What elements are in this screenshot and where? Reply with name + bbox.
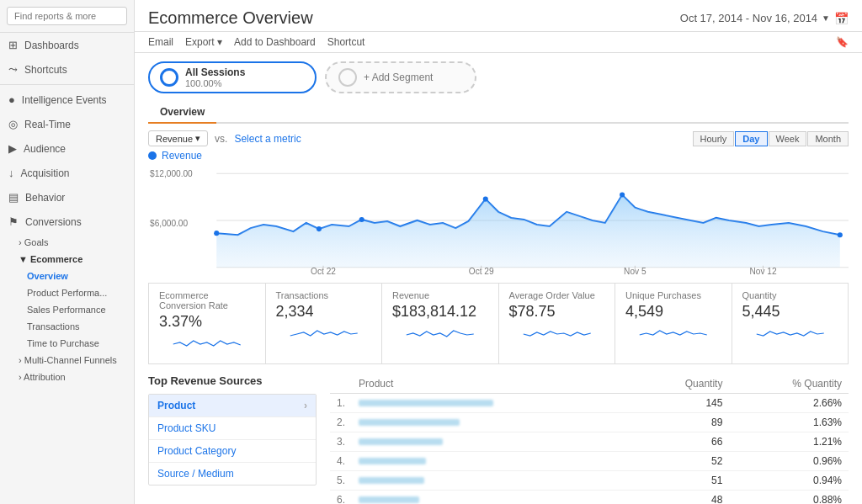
- metric-revenue: Revenue $183,814.12: [382, 284, 499, 363]
- sidebar-item-audience[interactable]: ▶ Audience: [0, 136, 134, 161]
- month-button[interactable]: Month: [807, 131, 849, 146]
- sidebar-item-conversions[interactable]: ⚑ Conversions: [0, 210, 134, 234]
- svg-point-6: [317, 226, 322, 231]
- chart-area: Revenue $12,000.00 $6,000.00: [148, 150, 849, 276]
- data-table-container: Product Quantity % Quantity 1. 145 2.66%: [330, 374, 849, 504]
- tab-overview[interactable]: Overview: [148, 102, 216, 124]
- sidebar-search-container: [0, 0, 134, 33]
- sidebar-sub-time-to-purchase[interactable]: Time to Purchase: [0, 335, 134, 352]
- sidebar-sub-multichannel[interactable]: › Multi-Channel Funnels: [0, 352, 134, 369]
- blurred-product-bar: [359, 496, 419, 503]
- col-pct-quantity: % Quantity: [729, 374, 849, 394]
- shortcuts-icon: ⤳: [8, 63, 18, 76]
- calendar-icon: 📅: [834, 12, 849, 25]
- svg-point-9: [620, 192, 625, 197]
- blurred-product-bar: [359, 400, 493, 406]
- metric-conversion-rate: Ecommerce Conversion Rate 3.37%: [149, 284, 266, 363]
- sparkline-3: [509, 324, 605, 344]
- table-row: 6. 48 0.88%: [330, 490, 849, 504]
- metric-avg-order: Average Order Value $78.75: [499, 284, 616, 363]
- sparkline-5: [742, 324, 838, 344]
- dim-product[interactable]: Product ›: [149, 395, 316, 417]
- sidebar-sub-product-performance[interactable]: Product Performa...: [0, 284, 134, 301]
- search-input[interactable]: [7, 7, 127, 25]
- sparkline-0: [159, 334, 255, 354]
- audience-icon: ▶: [8, 142, 17, 155]
- metric-transactions: Transactions 2,334: [266, 284, 383, 363]
- sidebar-sub-overview[interactable]: Overview: [0, 268, 134, 284]
- metric-dropdown[interactable]: Revenue ▾: [148, 130, 208, 146]
- table-row: 1. 145 2.66%: [330, 393, 849, 412]
- dim-product-sku[interactable]: Product SKU: [149, 417, 316, 440]
- sparkline-4: [625, 324, 721, 344]
- table-row: 2. 89 1.63%: [330, 412, 849, 432]
- svg-point-8: [483, 197, 488, 202]
- shortcut-button[interactable]: Shortcut: [327, 36, 365, 48]
- table-row: 4. 52 0.96%: [330, 451, 849, 470]
- main-content: Ecommerce Overview Oct 17, 2014 - Nov 16…: [135, 0, 862, 504]
- date-range[interactable]: Oct 17, 2014 - Nov 16, 2014 ▼ 📅: [680, 12, 849, 25]
- table-row: 5. 51 0.94%: [330, 470, 849, 490]
- chart-legend: Revenue: [148, 150, 849, 162]
- blurred-product-bar: [359, 419, 460, 426]
- sidebar-sub-transactions[interactable]: Transactions: [0, 318, 134, 335]
- all-sessions-segment[interactable]: All Sessions 100.00%: [148, 61, 317, 93]
- svg-text:$6,000.00: $6,000.00: [150, 219, 188, 228]
- date-range-arrow[interactable]: ▼: [822, 13, 830, 23]
- acquisition-icon: ↓: [8, 167, 14, 179]
- behavior-icon: ▤: [8, 191, 19, 204]
- blurred-product-bar: [359, 477, 424, 484]
- dim-arrow: ›: [304, 400, 307, 411]
- hourly-button[interactable]: Hourly: [693, 131, 735, 146]
- revenue-chart: $12,000.00 $6,000.00: [148, 165, 849, 276]
- grid-icon: ⊞: [8, 39, 18, 51]
- segment-bar: All Sessions 100.00% + Add Segment: [148, 61, 849, 93]
- conversions-icon: ⚑: [8, 215, 19, 228]
- sparkline-1: [276, 324, 372, 344]
- chart-controls: Revenue ▾ vs. Select a metric Hourly Day…: [148, 130, 849, 146]
- select-metric-link[interactable]: Select a metric: [234, 133, 301, 145]
- metric-unique-purchases: Unique Purchases 4,549: [615, 284, 732, 363]
- week-button[interactable]: Week: [769, 131, 807, 146]
- sidebar-item-acquisition[interactable]: ↓ Acquisition: [0, 161, 134, 185]
- segment-info: All Sessions 100.00%: [185, 66, 245, 88]
- sidebar-sub-attribution[interactable]: › Attribution: [0, 369, 134, 385]
- svg-text:$12,000.00: $12,000.00: [150, 169, 193, 178]
- time-period-buttons: Hourly Day Week Month: [693, 131, 849, 146]
- col-quantity: Quantity: [632, 374, 729, 394]
- sidebar-sub-goals[interactable]: › Goals: [0, 234, 134, 251]
- metrics-row: Ecommerce Conversion Rate 3.37% Transact…: [148, 283, 849, 364]
- dropdown-arrow: ▾: [195, 133, 200, 144]
- col-product: Product: [352, 374, 632, 394]
- sidebar-item-dashboards[interactable]: ⊞ Dashboards: [0, 33, 134, 57]
- bookmark-icon[interactable]: 🔖: [836, 36, 849, 48]
- add-segment-button[interactable]: + Add Segment: [325, 61, 476, 93]
- svg-point-10: [838, 232, 843, 237]
- sidebar-sub-sales-performance[interactable]: Sales Performance: [0, 301, 134, 318]
- realtime-icon: ◎: [8, 118, 18, 130]
- svg-point-7: [359, 217, 364, 222]
- page-header: Ecommerce Overview Oct 17, 2014 - Nov 16…: [135, 0, 862, 32]
- legend-dot: [148, 151, 157, 160]
- segment-circle: [160, 68, 178, 87]
- intelligence-icon: ●: [8, 93, 15, 106]
- sidebar-sub-ecommerce[interactable]: ▼ Ecommerce: [0, 251, 134, 268]
- col-num: [330, 374, 352, 394]
- export-button[interactable]: Export ▾: [185, 36, 222, 48]
- add-to-dashboard-button[interactable]: Add to Dashboard: [234, 36, 316, 48]
- table-section: Top Revenue Sources Product › Product SK…: [148, 374, 849, 504]
- dimension-selector: Top Revenue Sources Product › Product SK…: [148, 374, 317, 504]
- toolbar: Email Export ▾ Add to Dashboard Shortcut…: [135, 32, 862, 53]
- sidebar: ⊞ Dashboards ⤳ Shortcuts ● Intelligence …: [0, 0, 135, 504]
- tabs: Overview: [148, 102, 849, 124]
- email-button[interactable]: Email: [148, 36, 173, 48]
- dim-product-category[interactable]: Product Category: [149, 440, 316, 463]
- sidebar-item-behavior[interactable]: ▤ Behavior: [0, 185, 134, 210]
- sidebar-item-intelligence[interactable]: ● Intelligence Events: [0, 88, 134, 112]
- dimension-list: Product › Product SKU Product Category S…: [148, 394, 317, 485]
- day-button[interactable]: Day: [735, 131, 767, 146]
- page-title: Ecommerce Overview: [148, 8, 313, 28]
- dim-source-medium[interactable]: Source / Medium: [149, 463, 316, 485]
- sidebar-item-shortcuts[interactable]: ⤳ Shortcuts: [0, 57, 134, 82]
- sidebar-item-realtime[interactable]: ◎ Real-Time: [0, 112, 134, 136]
